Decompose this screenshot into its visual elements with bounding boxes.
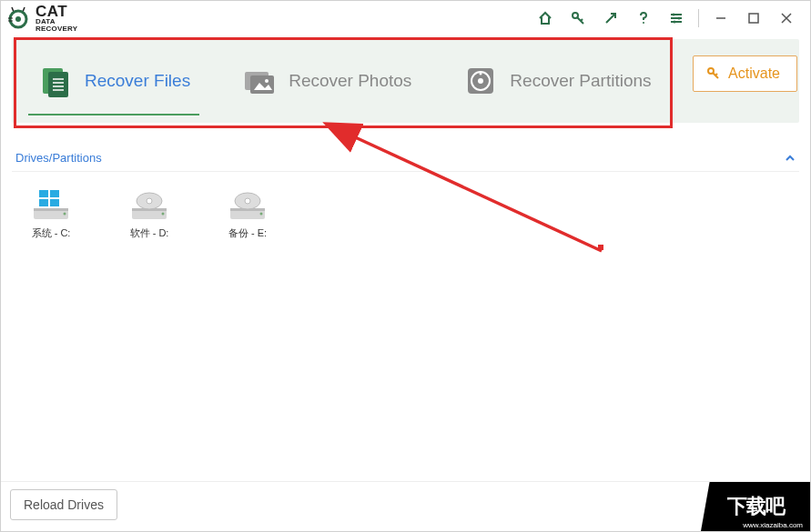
tab-label-files: Recover Files <box>85 71 190 91</box>
chevron-up-icon[interactable] <box>785 153 796 164</box>
activate-label: Activate <box>728 65 780 82</box>
svg-point-15 <box>478 78 483 84</box>
key-icon <box>706 66 721 81</box>
watermark-url: www.xiazaiba.com <box>743 521 803 529</box>
svg-rect-20 <box>39 190 48 197</box>
svg-point-36 <box>260 213 263 216</box>
svg-rect-22 <box>39 199 48 206</box>
drive-c[interactable]: 系统 - C: <box>19 188 83 240</box>
close-button[interactable] <box>770 5 803 31</box>
svg-point-3 <box>643 22 644 24</box>
partitions-icon <box>462 63 499 99</box>
files-icon <box>37 63 74 99</box>
footer: Reload Drives <box>1 481 810 531</box>
drive-d[interactable]: 软件 - D: <box>117 188 181 240</box>
minimize-button[interactable] <box>705 5 737 31</box>
logo-sub-text-2: RECOVERY <box>35 25 77 32</box>
drive-label: 系统 - C: <box>32 226 71 240</box>
svg-rect-23 <box>50 199 59 206</box>
titlebar: CAT DATA RECOVERY <box>1 1 810 35</box>
drives-list: 系统 - C: 软件 - D: 备份 - E: <box>12 172 799 256</box>
svg-point-5 <box>678 17 681 20</box>
svg-point-4 <box>673 14 675 16</box>
activate-button[interactable]: Activate <box>693 55 797 92</box>
svg-point-24 <box>64 213 66 216</box>
cat-logo-icon <box>6 5 32 31</box>
svg-rect-11 <box>250 75 274 94</box>
tabbar-container: Recover Files Recover Photos Recover Par… <box>1 35 810 123</box>
svg-point-1 <box>15 16 21 22</box>
tab-label-photos: Recover Photos <box>289 71 411 91</box>
logo-main-text: CAT <box>35 5 77 18</box>
section-title: Drives/Partitions <box>15 151 102 165</box>
tab-recover-files[interactable]: Recover Files <box>12 46 216 115</box>
svg-point-6 <box>674 21 676 24</box>
svg-point-35 <box>245 198 250 204</box>
share-icon[interactable] <box>594 5 627 31</box>
tab-recover-partitions[interactable]: Recover Partitions <box>437 46 676 115</box>
reload-drives-button[interactable]: Reload Drives <box>10 489 117 520</box>
windows-drive-icon <box>32 188 70 221</box>
photos-icon <box>241 63 278 99</box>
section-header[interactable]: Drives/Partitions <box>12 145 799 172</box>
settings-icon[interactable] <box>660 5 693 31</box>
app-logo: CAT DATA RECOVERY <box>6 5 77 32</box>
disk-drive-icon <box>130 188 168 221</box>
home-icon[interactable] <box>529 5 562 31</box>
tab-label-partitions: Recover Partitions <box>510 71 651 91</box>
watermark-text: 下载吧 <box>727 493 785 520</box>
tab-recover-photos[interactable]: Recover Photos <box>216 46 437 115</box>
watermark: 下载吧 www.xiazaiba.com <box>701 482 810 531</box>
main-panel: Drives/Partitions 系统 - C: 软件 - D: 备份 <box>1 123 810 481</box>
tabbar: Recover Files Recover Photos Recover Par… <box>12 39 799 123</box>
svg-rect-19 <box>34 208 68 211</box>
svg-rect-9 <box>48 72 68 97</box>
key-icon[interactable] <box>562 5 594 31</box>
drive-label: 备份 - E: <box>228 226 267 240</box>
drive-e[interactable]: 备份 - E: <box>216 188 279 240</box>
svg-rect-21 <box>50 190 59 197</box>
titlebar-divider <box>698 9 699 27</box>
maximize-button[interactable] <box>737 5 770 31</box>
drive-label: 软件 - D: <box>130 226 169 240</box>
titlebar-controls <box>529 5 803 31</box>
svg-point-29 <box>147 198 152 204</box>
help-icon[interactable] <box>627 5 660 31</box>
svg-point-16 <box>480 73 482 75</box>
svg-point-30 <box>162 213 165 216</box>
svg-point-12 <box>265 79 269 83</box>
svg-rect-7 <box>749 14 758 23</box>
disk-drive-icon <box>228 188 267 221</box>
app-window: CAT DATA RECOVERY <box>0 0 811 532</box>
